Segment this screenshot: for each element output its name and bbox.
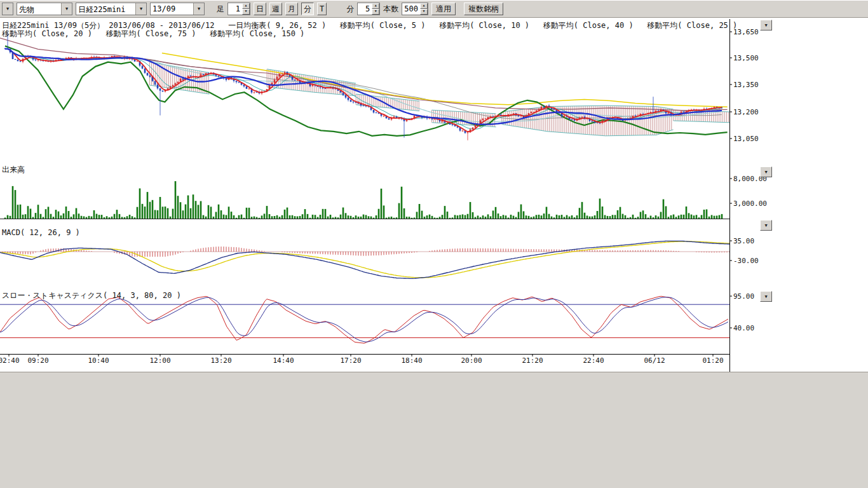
price-tick-label: 13,650 <box>733 28 759 36</box>
minute-input[interactable]: 5 ▲▼ <box>357 3 380 15</box>
time-tick-label: 06/12 <box>644 356 665 365</box>
instrument-type-value: 先物 <box>17 3 61 15</box>
period-minute-button[interactable]: 分 <box>301 3 314 15</box>
spin-up-icon[interactable]: ▲ <box>372 3 379 9</box>
toolbar: ▼ 先物 ▼ 日経225mini ▼ 13/09 ▼ 足 1 ▲▼ 日 週 月 … <box>0 0 868 18</box>
spin-up-icon[interactable]: ▲ <box>420 3 428 9</box>
volume-tick-label: 3,000.00 <box>733 200 767 208</box>
price-tick-label: 13,050 <box>733 135 759 143</box>
spin-down-icon[interactable]: ▼ <box>242 9 250 15</box>
time-tick-label: 18:40 <box>401 356 422 365</box>
chevron-down-icon[interactable]: ▼ <box>61 3 72 15</box>
period-day-button[interactable]: 日 <box>254 3 266 15</box>
minute-label: 分 <box>346 4 354 15</box>
time-tick-label: 22:40 <box>583 356 604 365</box>
stoch-pane-menu-button[interactable]: ▼ <box>760 291 772 302</box>
macd-tick-label: 35.00 <box>733 237 754 245</box>
time-tick-label: 12:00 <box>149 356 170 365</box>
period-week-button[interactable]: 週 <box>269 3 282 15</box>
time-tick-label: 01:20 <box>702 356 723 365</box>
price-tick-label: 13,200 <box>733 108 759 116</box>
contract-select[interactable]: 13/09 ▼ <box>150 3 205 15</box>
price-pane-menu-button[interactable]: ▼ <box>760 20 772 30</box>
chart-area: 日経225mini 13/09（5分） 2013/06/08 - 2013/06… <box>0 18 868 372</box>
minute-value: 5 <box>358 3 372 15</box>
time-tick-label: 02:40 <box>0 356 20 365</box>
spin-down-icon[interactable]: ▼ <box>420 9 428 15</box>
macd-pane-label: MACD( 12, 26, 9 ) <box>2 228 80 237</box>
spin-up-icon[interactable]: ▲ <box>242 3 250 9</box>
volume-pane-menu-button[interactable]: ▼ <box>760 166 772 177</box>
empty-workspace-area <box>0 372 868 488</box>
time-tick-label: 20:00 <box>461 356 482 365</box>
chart-canvas[interactable] <box>0 18 868 372</box>
chart-header-line2: 移動平均( Close, 20 ) 移動平均( Close, 75 ) 移動平均… <box>2 29 304 39</box>
volume-pane-label: 出来高 <box>2 165 25 175</box>
chevron-down-icon[interactable]: ▼ <box>193 3 204 15</box>
price-tick-label: 13,500 <box>733 54 759 62</box>
timeframe-step-value: 1 <box>228 3 242 15</box>
time-tick-label: 10:40 <box>88 356 109 365</box>
bars-value: 500 <box>402 3 420 15</box>
bars-input[interactable]: 500 ▲▼ <box>402 3 428 15</box>
time-tick-label: 14:40 <box>273 356 294 365</box>
time-tick-label: 09:20 <box>27 356 48 365</box>
symbol-value: 日経225mini <box>76 3 135 15</box>
chevron-down-icon: ▼ <box>764 223 767 228</box>
chevron-down-icon: ▼ <box>764 294 767 299</box>
stoch-tick-label: 95.00 <box>733 292 754 301</box>
mini-combo[interactable]: ▼ <box>2 3 13 15</box>
macd-pane-menu-button[interactable]: ▼ <box>760 220 772 231</box>
period-tick-button[interactable]: T <box>317 3 327 15</box>
chevron-down-icon: ▼ <box>764 170 767 175</box>
timeframe-label: 足 <box>217 4 224 15</box>
period-month-button[interactable]: 月 <box>285 3 298 15</box>
chevron-down-icon[interactable]: ▼ <box>3 3 13 15</box>
apply-button[interactable]: 適用 <box>431 3 456 15</box>
spin-down-icon[interactable]: ▼ <box>372 9 379 15</box>
time-tick-label: 17:20 <box>340 356 361 365</box>
timeframe-step-input[interactable]: 1 ▲▼ <box>227 3 250 15</box>
bars-label: 本数 <box>383 4 398 15</box>
macd-tick-label: -30.00 <box>733 257 759 265</box>
symbol-select[interactable]: 日経225mini ▼ <box>76 3 147 15</box>
time-tick-label: 21:20 <box>522 356 543 365</box>
contract-value: 13/09 <box>151 3 193 15</box>
instrument-type-select[interactable]: 先物 ▼ <box>17 3 72 15</box>
time-tick-label: 13:20 <box>210 356 231 365</box>
chart-app-window: ▼ 先物 ▼ 日経225mini ▼ 13/09 ▼ 足 1 ▲▼ 日 週 月 … <box>0 0 868 488</box>
price-tick-label: 13,350 <box>733 81 759 89</box>
chevron-down-icon: ▼ <box>764 23 767 28</box>
multi-symbol-button[interactable]: 複数銘柄 <box>464 3 503 15</box>
stoch-pane-label: スロー・ストキャスティクス( 14, 3, 80, 20 ) <box>2 290 181 301</box>
chevron-down-icon[interactable]: ▼ <box>135 3 146 15</box>
stoch-tick-label: 40.00 <box>733 324 754 332</box>
